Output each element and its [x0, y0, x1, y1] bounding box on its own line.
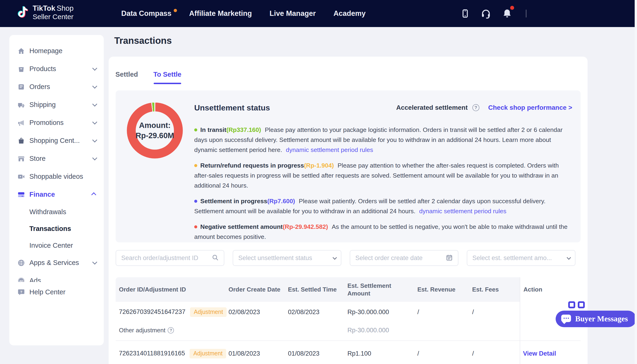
- red-status-dot: [194, 225, 197, 228]
- nav-item-academy[interactable]: Academy: [333, 9, 366, 18]
- tab-settled[interactable]: Settled: [115, 70, 138, 78]
- shopping-center-icon: [17, 136, 26, 145]
- order-id-cell: 7262314011881916165Adjustment: [116, 347, 225, 360]
- navbar-menu: Data Compass Affiliate Marketing Live Ma…: [121, 0, 366, 27]
- search-icon: [212, 254, 219, 262]
- adjustment-badge: Adjustment: [190, 307, 227, 317]
- svg-text:?: ?: [20, 290, 22, 294]
- action-column-divider: [520, 277, 520, 364]
- tiktok-note-icon: [15, 4, 29, 21]
- orders-icon: [17, 83, 26, 91]
- globe-icon: [17, 259, 26, 267]
- tiktok-shop-logo[interactable]: TikTokShop Seller Center: [15, 4, 74, 21]
- chevron-down-icon: [332, 256, 337, 260]
- video-icon: [17, 172, 26, 181]
- status-item-negative-settlement: Negative settlement amount(Rp-29.942.582…: [194, 222, 570, 242]
- chevron-down-icon: [92, 156, 97, 160]
- accelerated-settlement-label: Accelerated settlement: [396, 104, 468, 112]
- nav-item-live-manager[interactable]: Live Manager: [270, 9, 316, 18]
- status-bullet-list: In transit(Rp337.160)Please pay attentio…: [194, 125, 570, 248]
- top-navbar: TikTokShop Seller Center Data Compass Af…: [0, 0, 635, 27]
- adjustment-type-cell: Other adjustment?: [116, 325, 225, 336]
- donut-center-text: Amount: Rp-29.60M: [127, 102, 183, 158]
- notification-badge: [510, 6, 514, 10]
- tab-to-settle[interactable]: To Settle: [153, 70, 181, 78]
- sidebar-item-withdrawals[interactable]: Withdrawals: [9, 204, 104, 220]
- yellow-status-dot: [194, 164, 197, 167]
- bell-icon[interactable]: [502, 8, 512, 19]
- nav-item-affiliate-marketing[interactable]: Affiliate Marketing: [189, 9, 252, 18]
- transactions-table: Order ID/Adjustment ID Order Create Date…: [116, 277, 580, 364]
- transactions-card: Settled To Settle Amount: Rp-29.60M Unse…: [109, 57, 587, 364]
- chevron-down-icon: [92, 102, 97, 106]
- indigo-status-dot: [194, 200, 197, 203]
- store-icon: [17, 154, 26, 163]
- chevron-down-icon: [566, 256, 571, 260]
- sidebar-item-finance[interactable]: Finance: [9, 186, 104, 204]
- sidebar-item-shopping-center[interactable]: Shopping Cent...: [9, 132, 104, 150]
- house-icon: [17, 47, 26, 55]
- page-scrollbar[interactable]: [635, 0, 637, 364]
- chat-bubble-icon: [561, 314, 571, 324]
- unsettlement-status-select[interactable]: Select unsettlement status: [233, 250, 341, 266]
- calendar-icon: [446, 254, 453, 262]
- view-detail-link[interactable]: View Detail: [523, 350, 556, 357]
- chevron-down-icon: [92, 260, 97, 264]
- new-feature-dot: [174, 9, 177, 12]
- buyer-messages-button[interactable]: Buyer Messages: [556, 311, 636, 327]
- search-order-id-field[interactable]: [116, 250, 224, 266]
- table-header-row: Order ID/Adjustment ID Order Create Date…: [116, 277, 580, 302]
- help-icon: ?: [17, 288, 26, 296]
- filter-bar: Select unsettlement status Select order …: [116, 250, 575, 266]
- sidebar-item-promotions[interactable]: Promotions: [9, 114, 104, 132]
- chevron-down-icon: [92, 66, 97, 70]
- active-tab-underline: [154, 83, 181, 84]
- order-create-date-picker[interactable]: Select order create date: [350, 250, 458, 266]
- sidebar-item-products[interactable]: Products: [9, 60, 104, 78]
- navbar-divider: [526, 10, 526, 18]
- sidebar-item-apps-services[interactable]: Apps & Services: [9, 254, 104, 272]
- headset-icon[interactable]: [480, 8, 491, 19]
- chevron-down-icon: [92, 120, 97, 124]
- bag-icon: [17, 65, 26, 73]
- search-input[interactable]: [121, 254, 212, 262]
- nav-item-data-compass[interactable]: Data Compass: [121, 9, 171, 18]
- panel-header-right: Accelerated settlement ? Check shop perf…: [396, 104, 572, 112]
- status-item-in-transit: In transit(Rp337.160)Please pay attentio…: [194, 125, 570, 155]
- sidebar-item-invoice-center[interactable]: Invoice Center: [9, 237, 104, 254]
- status-item-settlement-in-progress: Settlement in progress(Rp7.600)Please wa…: [194, 196, 570, 216]
- mobile-icon[interactable]: [460, 8, 470, 19]
- page-title: Transactions: [114, 36, 172, 46]
- sidebar: Homepage Products Orders Shipping Promot…: [9, 35, 104, 345]
- finance-icon: [17, 190, 26, 199]
- dynamic-settlement-rules-link[interactable]: dynamic settlement period rules: [419, 208, 506, 214]
- status-item-return-refund: Return/refund requests in progress(Rp-1.…: [194, 160, 570, 190]
- sidebar-item-shoppable-videos[interactable]: Shoppable videos: [9, 168, 104, 186]
- chevron-down-icon: [92, 84, 97, 88]
- table-row: 7262314011881916165Adjustment 01/08/2023…: [116, 340, 580, 364]
- navbar-icons: [460, 0, 526, 27]
- check-shop-performance-link[interactable]: Check shop performance >: [488, 104, 572, 112]
- panel-title: Unsettlement status: [194, 103, 270, 112]
- table-row: 7262670392451647237Adjustment 02/08/2023…: [116, 302, 580, 340]
- sidebar-item-help-center[interactable]: ? Help Center: [9, 282, 104, 302]
- adjustment-badge: Adjustment: [190, 349, 226, 358]
- unsettlement-donut-chart: Amount: Rp-29.60M: [127, 102, 183, 158]
- megaphone-icon: [17, 118, 26, 127]
- truck-icon: [17, 101, 26, 109]
- help-tooltip-icon[interactable]: ?: [472, 104, 479, 111]
- help-tooltip-icon[interactable]: ?: [168, 327, 174, 334]
- sidebar-item-shipping[interactable]: Shipping: [9, 96, 104, 114]
- dynamic-settlement-rules-link[interactable]: dynamic settlement period rules: [286, 146, 373, 153]
- tab-bar: Settled To Settle: [115, 70, 181, 78]
- green-status-dot: [194, 128, 197, 132]
- sidebar-item-orders[interactable]: Orders: [9, 78, 104, 96]
- est-settlement-amount-select[interactable]: Select est. settlement amo...: [467, 250, 575, 266]
- order-id-cell: 7262670392451647237Adjustment: [116, 306, 225, 319]
- brand-text: TikTokShop Seller Center: [33, 4, 74, 21]
- unsettlement-status-panel: Amount: Rp-29.60M Unsettlement status Ac…: [116, 90, 580, 242]
- sidebar-item-homepage[interactable]: Homepage: [9, 42, 104, 60]
- sidebar-item-transactions[interactable]: Transactions: [9, 220, 104, 237]
- chevron-down-icon: [92, 138, 97, 142]
- sidebar-item-store[interactable]: Store: [9, 150, 104, 168]
